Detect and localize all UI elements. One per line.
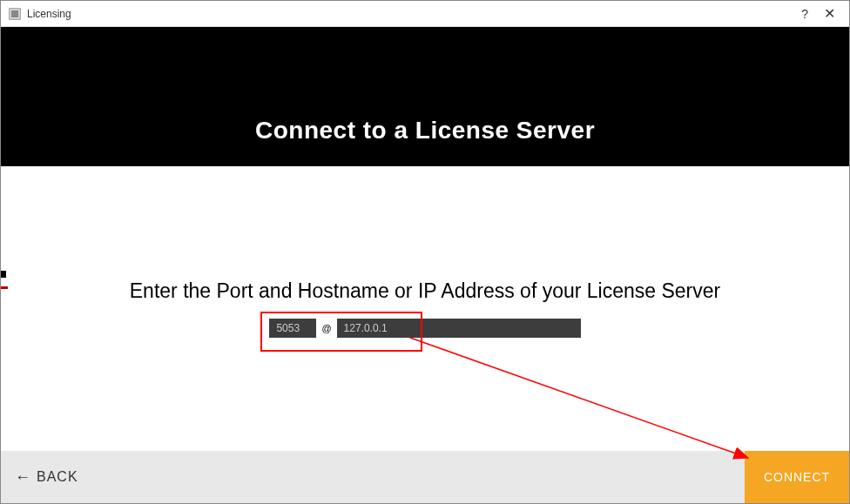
svg-rect-1: [11, 10, 19, 17]
main-content: Enter the Port and Hostname or IP Addres…: [1, 166, 849, 451]
page-title: Connect to a License Server: [255, 117, 595, 144]
back-button[interactable]: ← BACK: [15, 468, 78, 487]
instruction-text: Enter the Port and Hostname or IP Addres…: [130, 279, 720, 303]
help-button[interactable]: ?: [801, 7, 808, 21]
app-icon: [8, 7, 22, 21]
title-bar-buttons: ? ✕: [801, 5, 842, 22]
edge-artifact: [1, 271, 8, 297]
close-button[interactable]: ✕: [824, 5, 835, 22]
port-input[interactable]: [269, 319, 316, 338]
connect-label: CONNECT: [764, 470, 830, 484]
connect-button[interactable]: CONNECT: [745, 451, 849, 503]
window-title: Licensing: [27, 8, 801, 20]
back-arrow-icon: ←: [15, 468, 31, 487]
footer-bar: ← BACK CONNECT: [1, 451, 849, 503]
licensing-window: Licensing ? ✕ Connect to a License Serve…: [0, 0, 850, 504]
hostname-input[interactable]: [337, 319, 581, 338]
at-separator: @: [321, 323, 331, 333]
title-bar: Licensing ? ✕: [1, 1, 849, 27]
back-label: BACK: [37, 469, 78, 485]
header-banner: Connect to a License Server: [1, 27, 849, 166]
server-input-row: @: [269, 319, 580, 338]
